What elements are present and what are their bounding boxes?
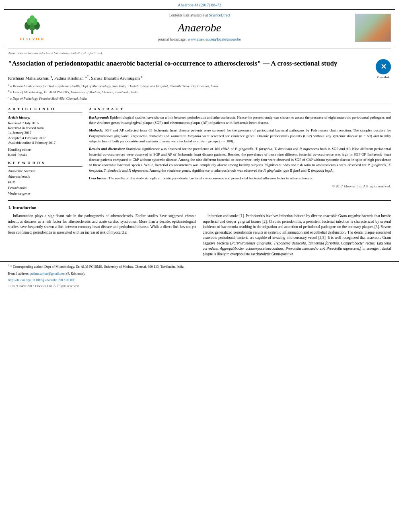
keyword-2: Atherosclerosis [8,174,82,179]
section-divider [8,200,391,201]
article-history-label: Article history: [8,115,82,120]
sciencedirect-link[interactable]: ScienceDirect [209,13,230,17]
elsevier-wordmark: ELSEVIER [20,37,45,42]
issn-line: 1075-9964/© 2017 Elsevier Ltd. All right… [8,283,391,288]
author-sup-c: c [141,75,142,78]
abstract-background-label: Background: [89,115,109,119]
intro-para-right: infarction and stroke [1]. Periodontitis… [203,214,391,257]
introduction-section: 1. Introduction Inflammation plays a sig… [0,205,399,259]
article-info-title: A R T I C L E I N F O [8,107,82,113]
date-accepted: Accepted 4 February 2017 [8,136,82,140]
journal-header-center: Contents lists available at ScienceDirec… [56,13,343,43]
handling-editor-name: Kaori Tanaka [8,152,82,157]
keyword-1: Anaerobic bacteria [8,168,82,174]
affiliation-b: b b Dept of Microbiology, Dr. ALM PGIBMS… [8,89,391,94]
title-row: "Association of periodontopathic anaerob… [8,59,391,74]
abstract-background-text: Epidemiological studies have shown a lin… [89,115,391,125]
crossmark-icon: ✕ [376,59,391,74]
doi-line[interactable]: http://dx.doi.org/10.1016/j.anaerobe.201… [8,277,391,282]
author-arumugam: Sarasa Bharathi Arumugam [91,75,140,80]
article-footer: * * Corresponding author. Dept of Microb… [0,261,399,288]
copyright-line: © 2017 Elsevier Ltd. All rights reserved… [89,184,391,189]
footnote-corresponding: * * Corresponding author. Dept of Microb… [8,263,391,269]
abstract-conclusion: Conclusion: The results of this study st… [89,176,391,181]
article-title: "Association of periodontopathic anaerob… [8,59,372,68]
intro-section-title: 1. Introduction [8,205,391,211]
intro-left-col: Inflammation plays a significant role in… [8,214,196,259]
intro-right-col: infarction and stroke [1]. Periodontitis… [203,214,391,259]
journal-header: ELSEVIER Contents lists available at Sci… [4,9,395,46]
abstract-results-text: Statistical significance was observed fo… [89,147,391,172]
abstract-background: Background: Epidemiological studies have… [89,115,391,126]
authors-line: Krishnan Mahalakshmi a, Padma Krishnan b… [8,74,391,82]
abstract-methods-text: SGP and AP collected from 65 Ischaemic h… [89,128,391,143]
journal-name: Anaerobe [56,20,343,36]
date-received: Received 7 July 2016 [8,121,82,125]
svg-point-6 [29,15,35,23]
keywords-section: K E Y W O R D S Anaerobic bacteria Ather… [8,160,82,196]
keyword-3: PCR [8,179,82,185]
author-mahalakshmi: Krishnan Mahalakshmi [8,75,49,80]
section-tag: Anaerobes in human infections (including… [8,49,391,57]
keywords-title: K E Y W O R D S [8,160,82,167]
abstract-col: A B S T R A C T Background: Epidemiologi… [89,107,391,197]
doi-link[interactable]: http://dx.doi.org/10.1016/j.anaerobe.201… [8,278,75,282]
crossmark-label: CrossMark [376,75,391,79]
date-online: Available online 8 February 2017 [8,140,82,145]
handling-editor-section: Handling editor: Kaori Tanaka [8,147,82,157]
author-sup-b: b,* [85,75,89,78]
author-krishnan: Padma Krishnan [54,75,84,80]
date-revised-label: Received in revised form [8,125,82,130]
journal-cover-image [355,14,391,42]
article-title-section: "Association of periodontopathic anaerob… [8,57,391,103]
elsevier-tree-icon [21,14,43,36]
elsevier-branding: ELSEVIER [8,14,56,42]
homepage-link[interactable]: www.elsevier.com/locate/anaerobe [188,37,241,41]
crossmark-badge[interactable]: ✕ CrossMark [376,59,391,74]
intro-body-cols: Inflammation plays a significant role in… [8,214,391,259]
keyword-4: Periodontitis [8,185,82,191]
article-body: Anaerobes in human infections (including… [0,49,399,197]
abstract-title: A B S T R A C T [89,107,391,113]
abstract-conclusion-label: Conclusion: [89,176,107,180]
footnote-email: E-mail address: padma.abjkn@gmail.com (P… [8,271,391,276]
email-link[interactable]: padma.abjkn@gmail.com [30,271,66,275]
title-text-col: "Association of periodontopathic anaerob… [8,59,372,70]
affiliation-a: a a Research Laboratory for Oral – Syste… [8,83,391,88]
abstract-methods: Methods: SGP and AP collected from 65 Is… [89,128,391,144]
journal-header-right [343,14,391,42]
article-info-box: A R T I C L E I N F O Article history: R… [8,107,82,197]
keyword-5: Virulence genes [8,191,82,196]
abstract-results-label: Results and discussion: [89,147,125,151]
homepage-line: journal homepage: www.elsevier.com/locat… [56,37,343,43]
abstract-results: Results and discussion: Statistical sign… [89,146,391,173]
contents-label: Contents lists available at ScienceDirec… [56,13,343,18]
citation: Anaerobe 44 (2017) 66–72 [178,3,221,7]
handling-editor-label: Handling editor: [8,147,82,152]
abstract-methods-label: Methods: [89,128,103,132]
author-sup-a: a [51,75,52,78]
top-bar: Anaerobe 44 (2017) 66–72 [0,0,399,9]
page: Anaerobe 44 (2017) 66–72 ELSEVIER Conten… [0,0,399,532]
intro-para-left: Inflammation plays a significant role in… [8,214,196,235]
date-revised: 14 January 2017 [8,130,82,135]
article-info-abstract-section: A R T I C L E I N F O Article history: R… [8,107,391,197]
article-info-col: A R T I C L E I N F O Article history: R… [8,107,82,197]
abstract-conclusion-text: The results of this study strongly corre… [109,176,313,180]
affiliation-c: c c Dept of Pathology, Frontier Medivill… [8,95,391,101]
